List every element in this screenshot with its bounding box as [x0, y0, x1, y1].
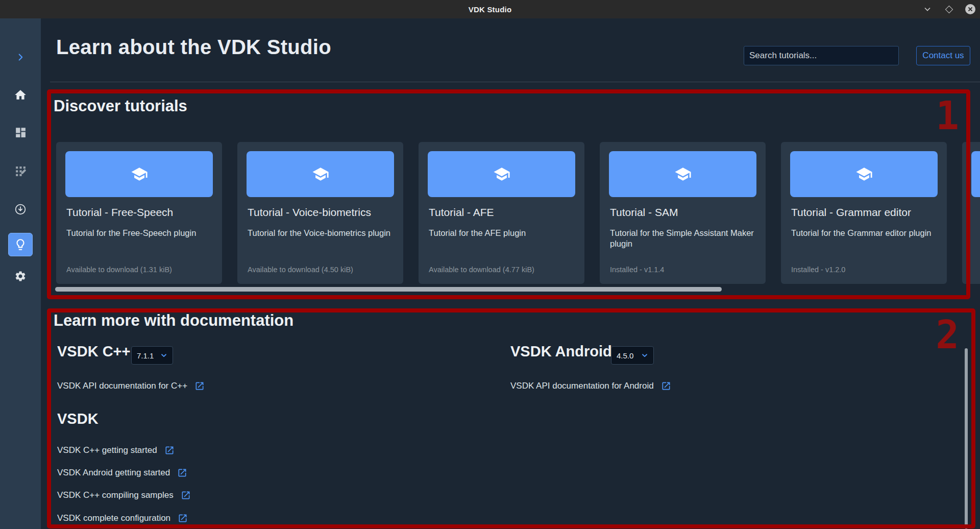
tutorial-status: Available to download (4.77 kiB)	[429, 266, 534, 274]
sidebar-expand-button[interactable]	[9, 46, 32, 68]
sidebar-item-home[interactable]	[9, 84, 32, 106]
vsdk-link[interactable]: VSDK complete configuration	[57, 513, 188, 523]
sidebar-item-dashboard[interactable]	[9, 121, 32, 143]
tutorial-title: Tutorial - Free-Speech	[66, 206, 173, 219]
sidebar	[0, 18, 41, 529]
vsdk-cpp-heading: VSDK C++	[57, 343, 130, 360]
sidebar-item-plugins[interactable]	[9, 160, 32, 182]
contact-us-button[interactable]: Contact us	[916, 46, 970, 65]
window-controls	[922, 0, 976, 18]
android-api-doc-link[interactable]: VSDK API documentation for Android	[510, 381, 671, 391]
tutorial-description: Tutorial for the Free-Speech plugin	[66, 228, 213, 238]
tutorial-card[interactable]: Tutorial - AFE Tutorial for the AFE plug…	[419, 142, 584, 284]
tutorial-status: Installed - v1.2.0	[791, 266, 845, 274]
tutorial-banner	[609, 151, 756, 197]
window-title: VDK Studio	[469, 5, 512, 14]
sidebar-item-settings[interactable]	[9, 265, 32, 287]
tutorials-horizontal-scrollbar[interactable]	[55, 287, 722, 292]
docs-vertical-scrollbar[interactable]	[965, 348, 968, 529]
tutorial-banner	[790, 151, 938, 197]
link-label: VSDK Android getting started	[57, 468, 170, 478]
vsdk-android-version-select[interactable]: 4.5.0	[611, 346, 654, 365]
sidebar-item-learn[interactable]	[8, 233, 33, 256]
graduation-cap-icon	[674, 165, 692, 183]
tutorial-title: Tutorial - SAM	[610, 206, 678, 219]
chevron-right-icon	[15, 52, 26, 63]
external-link-icon	[177, 468, 187, 478]
link-label: VSDK API documentation for Android	[510, 381, 654, 391]
tutorial-banner	[65, 151, 213, 197]
chevron-down-icon	[641, 352, 648, 359]
tutorial-status: Available to download (1.31 kiB)	[66, 266, 172, 274]
maximize-diamond-icon[interactable]	[943, 4, 954, 15]
tutorial-status: Installed - v1.1.4	[610, 266, 664, 274]
vsdk-android-heading: VSDK Android	[510, 343, 612, 360]
lightbulb-icon	[14, 238, 27, 251]
sidebar-item-downloads[interactable]	[9, 198, 32, 221]
tutorial-banner	[971, 151, 980, 197]
tutorial-banner	[428, 151, 575, 197]
home-icon	[14, 88, 27, 102]
vsdk-cpp-version-select[interactable]: 7.1.1	[131, 346, 173, 365]
tutorial-card-partial[interactable]	[962, 142, 980, 284]
close-icon[interactable]	[965, 4, 976, 15]
tutorial-banner	[247, 151, 394, 197]
tutorial-card[interactable]: Tutorial - SAM Tutorial for the Simple A…	[600, 142, 766, 284]
tutorial-status: Available to download (4.50 kiB)	[248, 266, 353, 274]
version-value: 4.5.0	[617, 351, 633, 360]
header-divider	[50, 82, 980, 82]
tutorial-description: Tutorial for the Grammar editor plugin	[791, 228, 938, 238]
app-window: VDK Studio	[0, 0, 980, 529]
graduation-cap-icon	[493, 165, 510, 183]
version-value: 7.1.1	[137, 351, 154, 360]
graduation-cap-icon	[855, 165, 873, 183]
link-label: VSDK C++ getting started	[57, 445, 157, 455]
cpp-api-doc-link[interactable]: VSDK API documentation for C++	[57, 381, 205, 391]
annotation-label-1: 1	[936, 97, 959, 135]
link-label: VSDK C++ compiling samples	[57, 490, 174, 500]
vsdk-link[interactable]: VSDK C++ getting started	[57, 445, 175, 455]
page-title: Learn about the VDK Studio	[56, 36, 331, 59]
link-label: VSDK API documentation for C++	[57, 381, 187, 391]
graduation-cap-icon	[131, 165, 148, 183]
graduation-cap-icon	[312, 165, 329, 183]
external-link-icon	[661, 381, 671, 391]
search-input[interactable]	[744, 46, 899, 65]
download-icon	[14, 203, 27, 216]
vsdk-link[interactable]: VSDK Android getting started	[57, 468, 187, 478]
tutorial-title: Tutorial - AFE	[429, 206, 494, 219]
external-link-icon	[164, 445, 175, 455]
annotation-label-2: 2	[936, 316, 959, 354]
tutorial-card[interactable]: Tutorial - Grammar editor Tutorial for t…	[781, 142, 947, 284]
external-link-icon	[178, 513, 188, 523]
link-label: VSDK complete configuration	[57, 513, 170, 523]
tutorial-description: Tutorial for the Simple Assistant Maker …	[610, 228, 756, 249]
gear-icon	[14, 270, 27, 282]
external-link-icon	[194, 381, 205, 391]
external-link-icon	[181, 490, 191, 500]
chevron-down-icon	[160, 352, 167, 359]
docs-heading: Learn more with documentation	[54, 311, 293, 330]
dashboard-icon	[14, 126, 27, 139]
titlebar: VDK Studio	[0, 0, 980, 18]
tutorial-card[interactable]: Tutorial - Voice-biometrics Tutorial for…	[237, 142, 403, 284]
minimize-chevron-icon[interactable]	[922, 4, 933, 15]
vsdk-link[interactable]: VSDK C++ compiling samples	[57, 490, 191, 500]
grid-edit-icon	[14, 165, 27, 178]
tutorial-title: Tutorial - Voice-biometrics	[248, 206, 371, 219]
tutorial-description: Tutorial for the AFE plugin	[429, 228, 575, 238]
tutorial-description: Tutorial for the Voice-biometrics plugin	[248, 228, 394, 238]
tutorial-card[interactable]: Tutorial - Free-Speech Tutorial for the …	[56, 142, 222, 284]
vsdk-heading: VSDK	[57, 411, 99, 427]
discover-tutorials-heading: Discover tutorials	[54, 97, 187, 115]
tutorial-title: Tutorial - Grammar editor	[791, 206, 911, 219]
